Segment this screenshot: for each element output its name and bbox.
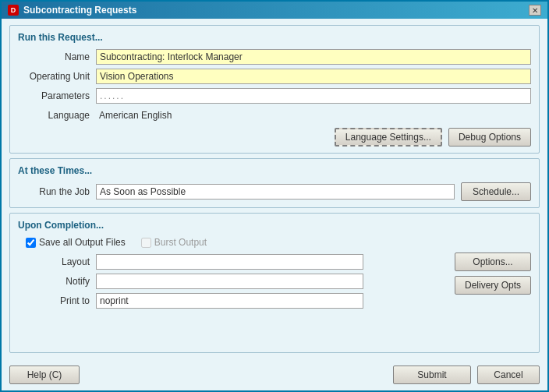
schedule-button[interactable]: Schedule... — [461, 182, 531, 201]
print-to-input[interactable] — [96, 293, 363, 309]
completion-fields: Layout Notify Print to — [18, 254, 449, 309]
run-job-input[interactable] — [96, 184, 455, 200]
completion-buttons: Options... Delivery Opts — [455, 253, 531, 295]
run-job-label: Run the Job — [18, 186, 96, 197]
upon-completion-title: Upon Completion... — [18, 220, 531, 231]
layout-input[interactable] — [96, 254, 363, 270]
run-job-row: Run the Job Schedule... — [18, 182, 531, 201]
operating-unit-row: Operating Unit — [18, 69, 531, 84]
burst-output-checkbox — [141, 238, 151, 248]
name-input[interactable] — [96, 49, 531, 65]
save-output-checkbox-item: Save all Output Files — [26, 237, 126, 248]
run-request-section: Run this Request... Name Operating Unit … — [9, 25, 540, 154]
notify-label: Notify — [18, 276, 96, 287]
options-button[interactable]: Options... — [455, 253, 531, 271]
burst-output-checkbox-item: Burst Output — [141, 237, 207, 248]
footer-left: Help (C) — [9, 366, 80, 384]
submit-button[interactable]: Submit — [393, 366, 471, 384]
upon-completion-section: Upon Completion... Save all Output Files… — [9, 213, 540, 353]
operating-unit-label: Operating Unit — [18, 71, 96, 82]
print-to-label: Print to — [18, 295, 96, 306]
name-label: Name — [18, 51, 96, 62]
run-request-buttons: Language Settings... Debug Options — [18, 128, 531, 147]
at-these-times-section: At these Times... Run the Job Schedule..… — [9, 158, 540, 208]
parameters-input[interactable] — [96, 88, 531, 104]
cancel-button[interactable]: Cancel — [477, 366, 540, 384]
language-row: Language — [18, 108, 531, 123]
notify-input[interactable] — [96, 274, 363, 289]
delivery-opts-button[interactable]: Delivery Opts — [455, 276, 531, 295]
main-window: D Subcontracting Requests ✕ Run this Req… — [0, 0, 549, 392]
window-title: Subcontracting Requests — [23, 5, 136, 16]
parameters-row: Parameters — [18, 88, 531, 104]
help-button[interactable]: Help (C) — [9, 366, 80, 384]
app-icon: D — [8, 5, 19, 16]
language-settings-button[interactable]: Language Settings... — [335, 128, 442, 147]
language-input[interactable] — [96, 108, 531, 123]
layout-row: Layout — [18, 254, 449, 270]
notify-row: Notify — [18, 274, 449, 289]
parameters-label: Parameters — [18, 90, 96, 101]
save-output-checkbox[interactable] — [26, 238, 36, 248]
burst-output-label: Burst Output — [154, 237, 207, 248]
main-content: Run this Request... Name Operating Unit … — [2, 19, 547, 359]
operating-unit-input[interactable] — [96, 69, 531, 84]
print-to-row: Print to — [18, 293, 449, 309]
name-row: Name — [18, 49, 531, 65]
at-these-times-title: At these Times... — [18, 165, 531, 176]
run-request-title: Run this Request... — [18, 32, 531, 43]
save-output-label: Save all Output Files — [39, 237, 126, 248]
layout-label: Layout — [18, 256, 96, 267]
close-button[interactable]: ✕ — [529, 5, 541, 16]
language-label: Language — [18, 110, 96, 121]
footer: Help (C) Submit Cancel — [2, 359, 547, 390]
title-bar: D Subcontracting Requests ✕ — [2, 2, 547, 19]
checkbox-row: Save all Output Files Burst Output — [26, 237, 531, 248]
footer-right: Submit Cancel — [393, 366, 540, 384]
debug-options-button[interactable]: Debug Options — [448, 128, 531, 147]
